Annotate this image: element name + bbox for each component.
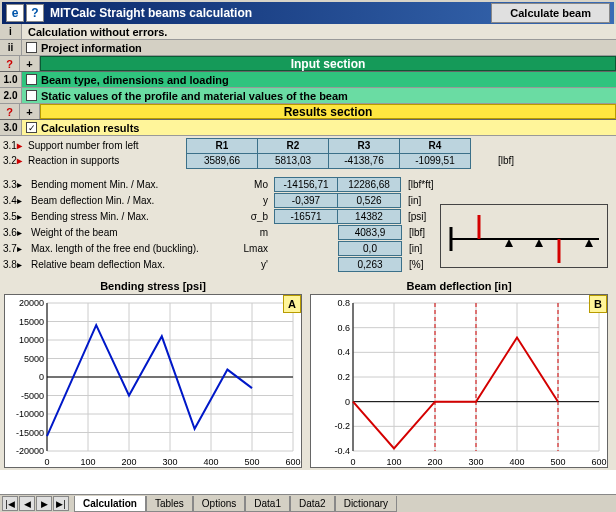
support-value: -4138,76 — [328, 153, 400, 169]
calc-results-checkbox[interactable]: ✓ — [26, 122, 37, 133]
svg-text:0.2: 0.2 — [337, 372, 350, 382]
status-text: Calculation without errors. — [22, 26, 167, 38]
support-desc-2: Reaction in supports — [28, 155, 186, 166]
svg-text:100: 100 — [80, 457, 95, 467]
chart-beam-deflection: Beam deflection [in] B -0.4-0.200.20.40.… — [310, 294, 608, 468]
sheet-tab[interactable]: Dictionary — [335, 496, 397, 512]
chart-a-badge[interactable]: A — [283, 295, 301, 313]
svg-text:200: 200 — [427, 457, 442, 467]
calc-results-row: 3.0 ✓ Calculation results — [0, 120, 616, 136]
beam-type-label: Beam type, dimensions and loading — [41, 74, 229, 86]
results-section-title: Results section — [40, 104, 616, 119]
svg-text:20000: 20000 — [19, 298, 44, 308]
svg-text:200: 200 — [121, 457, 136, 467]
calculate-beam-button[interactable]: Calculate beam — [491, 3, 610, 23]
svg-text:-0.4: -0.4 — [334, 446, 350, 456]
support-desc-1: Support number from left — [28, 140, 186, 151]
calc-results-label: Calculation results — [41, 122, 139, 134]
results-content: 3.1▸ Support number from left R1R2R3R4 3… — [0, 136, 616, 470]
sheet-tab[interactable]: Data2 — [290, 496, 335, 512]
svg-text:0.6: 0.6 — [337, 323, 350, 333]
red-marker-icon: ▸ — [17, 155, 22, 166]
nav-button[interactable]: |◀ — [2, 496, 18, 511]
project-info-row: ii Project information — [0, 40, 616, 56]
svg-text:-5000: -5000 — [21, 391, 44, 401]
svg-text:300: 300 — [468, 457, 483, 467]
app-title: MITCalc Straight beams calculation — [50, 6, 485, 20]
chart-b-badge[interactable]: B — [589, 295, 607, 313]
help-icon[interactable]: ? — [26, 4, 44, 22]
row-num-1: 1.0 — [0, 72, 22, 87]
svg-text:0.4: 0.4 — [337, 347, 350, 357]
svg-text:5000: 5000 — [24, 354, 44, 364]
nav-button[interactable]: ▶ — [36, 496, 52, 511]
results-expand-button[interactable]: + — [20, 104, 40, 119]
svg-text:400: 400 — [509, 457, 524, 467]
support-values-row: 3.2▸ Reaction in supports 3589,665813,03… — [0, 153, 614, 168]
support-header: R4 — [399, 138, 471, 154]
svg-text:0: 0 — [39, 372, 44, 382]
sheet-tabstrip: |◀◀▶▶| CalculationTablesOptionsData1Data… — [0, 494, 616, 512]
row-label-i: i — [0, 24, 22, 39]
svg-marker-4 — [505, 239, 513, 247]
row-num-3: 3.0 — [0, 120, 22, 135]
row-num-2: 2.0 — [0, 88, 22, 103]
app-icon: e — [6, 4, 24, 22]
results-help-button[interactable]: ? — [0, 104, 20, 119]
svg-text:400: 400 — [203, 457, 218, 467]
sheet-tab[interactable]: Options — [193, 496, 245, 512]
beam-type-checkbox[interactable] — [26, 74, 37, 85]
nav-button[interactable]: ◀ — [19, 496, 35, 511]
beam-diagram — [440, 204, 608, 268]
svg-text:500: 500 — [550, 457, 565, 467]
titlebar: e ? MITCalc Straight beams calculation C… — [0, 0, 616, 24]
nav-button[interactable]: ▶| — [53, 496, 69, 511]
static-values-row: 2.0 Static values of the profile and mat… — [0, 88, 616, 104]
svg-text:10000: 10000 — [19, 335, 44, 345]
sheet-tab[interactable]: Calculation — [74, 496, 146, 512]
chart-bending-stress: Bending stress [psi] A -20000-15000-1000… — [4, 294, 302, 468]
static-values-checkbox[interactable] — [26, 90, 37, 101]
input-expand-button[interactable]: + — [20, 56, 40, 71]
svg-text:0: 0 — [350, 457, 355, 467]
svg-text:15000: 15000 — [19, 317, 44, 327]
chart-b-title: Beam deflection [in] — [311, 280, 607, 292]
support-value: 3589,66 — [186, 153, 258, 169]
project-info-checkbox[interactable] — [26, 42, 37, 53]
status-row: i Calculation without errors. — [0, 24, 616, 40]
svg-text:0: 0 — [345, 397, 350, 407]
svg-text:100: 100 — [386, 457, 401, 467]
support-value: -1099,51 — [399, 153, 471, 169]
sheet-tab[interactable]: Tables — [146, 496, 193, 512]
project-info-label: Project information — [41, 42, 142, 54]
svg-marker-5 — [535, 239, 543, 247]
svg-text:600: 600 — [285, 457, 300, 467]
input-section-title: Input section — [40, 56, 616, 71]
row-label-ii: ii — [0, 40, 22, 55]
svg-text:300: 300 — [162, 457, 177, 467]
svg-text:-20000: -20000 — [16, 446, 44, 456]
red-marker-icon: ▸ — [17, 140, 22, 151]
svg-text:-10000: -10000 — [16, 409, 44, 419]
results-section-header: ? + Results section — [0, 104, 616, 120]
input-help-button[interactable]: ? — [0, 56, 20, 71]
svg-marker-6 — [585, 239, 593, 247]
support-header: R3 — [328, 138, 400, 154]
svg-text:0.8: 0.8 — [337, 298, 350, 308]
value-row: 3.3▸Bending moment Min. / Max.Mo-14156,7… — [0, 176, 614, 192]
svg-text:-15000: -15000 — [16, 428, 44, 438]
svg-text:600: 600 — [591, 457, 606, 467]
support-header-row: 3.1▸ Support number from left R1R2R3R4 — [0, 138, 614, 153]
static-values-label: Static values of the profile and materia… — [41, 90, 348, 102]
beam-type-row: 1.0 Beam type, dimensions and loading — [0, 72, 616, 88]
support-value: 5813,03 — [257, 153, 329, 169]
chart-a-title: Bending stress [psi] — [5, 280, 301, 292]
svg-text:0: 0 — [44, 457, 49, 467]
support-header: R2 — [257, 138, 329, 154]
support-unit: [lbf] — [498, 155, 514, 166]
svg-text:500: 500 — [244, 457, 259, 467]
support-header: R1 — [186, 138, 258, 154]
input-section-header: ? + Input section — [0, 56, 616, 72]
sheet-tab[interactable]: Data1 — [245, 496, 290, 512]
svg-text:-0.2: -0.2 — [334, 421, 350, 431]
